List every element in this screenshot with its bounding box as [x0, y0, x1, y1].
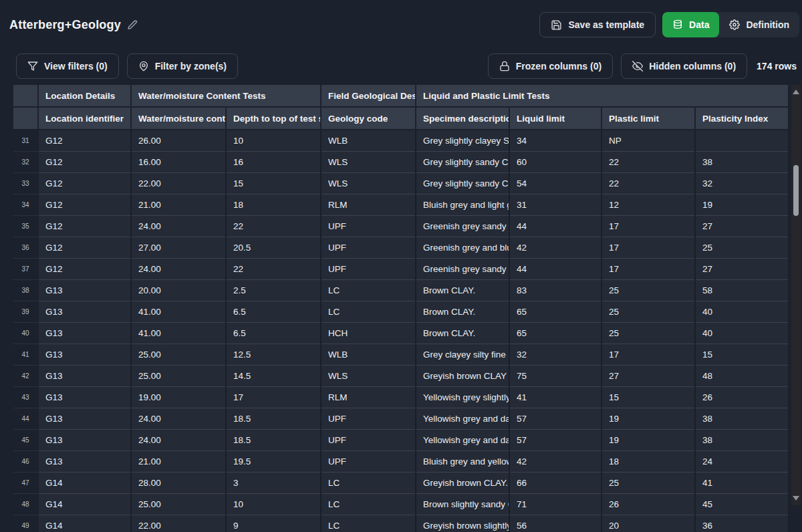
- table-cell[interactable]: 18: [602, 451, 695, 473]
- table-cell[interactable]: WLS: [321, 366, 416, 387]
- table-cell[interactable]: 57: [509, 408, 602, 430]
- column-group-header[interactable]: Field Geological Descrip: [321, 85, 416, 107]
- table-cell[interactable]: 24.00: [131, 408, 226, 430]
- table-cell[interactable]: 16: [226, 152, 321, 173]
- column-header[interactable]: Location identifier: [38, 107, 131, 130]
- table-cell[interactable]: 75: [509, 366, 602, 387]
- tab-data[interactable]: Data: [662, 12, 719, 37]
- table-cell[interactable]: Yellowish grey and dark g: [416, 408, 509, 430]
- table-cell[interactable]: G13: [38, 387, 131, 408]
- table-cell[interactable]: 19.00: [131, 387, 226, 408]
- table-cell[interactable]: G14: [38, 515, 131, 532]
- table-cell[interactable]: G12: [38, 237, 131, 259]
- table-cell[interactable]: 24.00: [131, 259, 226, 280]
- table-cell[interactable]: 17: [602, 237, 695, 259]
- table-cell[interactable]: 3: [226, 473, 321, 494]
- table-cell[interactable]: 31: [509, 194, 602, 216]
- table-cell[interactable]: Brown CLAY.: [416, 323, 509, 344]
- table-cell[interactable]: 40: [695, 323, 789, 344]
- column-header[interactable]: Water/moisture content: [131, 107, 226, 130]
- table-cell[interactable]: Brown slightly sandy CLAY: [416, 494, 509, 515]
- table-cell[interactable]: UPF: [321, 259, 416, 280]
- table-cell[interactable]: G14: [38, 473, 131, 494]
- table-cell[interactable]: 26.00: [131, 130, 226, 152]
- table-cell[interactable]: 20.00: [131, 280, 226, 301]
- table-cell[interactable]: 57: [509, 430, 602, 451]
- table-cell[interactable]: 25: [602, 473, 695, 494]
- table-cell[interactable]: WLB: [321, 344, 416, 366]
- tab-definition[interactable]: Definition: [719, 12, 799, 37]
- vertical-scrollbar[interactable]: [791, 85, 801, 505]
- table-cell[interactable]: 38: [695, 408, 789, 430]
- table-cell[interactable]: G13: [38, 451, 131, 473]
- table-cell[interactable]: 45: [695, 494, 789, 515]
- table-cell[interactable]: 25: [602, 280, 695, 301]
- table-cell[interactable]: 24.00: [131, 216, 226, 237]
- table-cell[interactable]: 41: [509, 387, 602, 408]
- table-cell[interactable]: 20.5: [226, 237, 321, 259]
- triangle-down-icon[interactable]: [793, 496, 799, 501]
- frozen-columns-button[interactable]: Frozen columns (0): [488, 53, 613, 79]
- table-cell[interactable]: 15: [226, 173, 321, 194]
- table-cell[interactable]: G13: [38, 301, 131, 323]
- table-cell[interactable]: 22: [602, 173, 695, 194]
- table-cell[interactable]: 12: [602, 194, 695, 216]
- table-cell[interactable]: 15: [602, 387, 695, 408]
- table-cell[interactable]: LC: [321, 515, 416, 532]
- table-cell[interactable]: Brown CLAY.: [416, 301, 509, 323]
- table-cell[interactable]: 19: [602, 430, 695, 451]
- scrollbar-thumb[interactable]: [793, 165, 799, 216]
- table-cell[interactable]: 48: [695, 366, 789, 387]
- table-cell[interactable]: 25.00: [131, 366, 226, 387]
- table-cell[interactable]: 18: [226, 194, 321, 216]
- column-header[interactable]: Geology code: [321, 107, 416, 130]
- save-as-template-button[interactable]: Save as template: [539, 12, 656, 37]
- table-cell[interactable]: 42: [509, 451, 602, 473]
- table-cell[interactable]: G13: [38, 408, 131, 430]
- table-cell[interactable]: 15: [695, 344, 789, 366]
- table-cell[interactable]: 41.00: [131, 301, 226, 323]
- table-cell[interactable]: G12: [38, 152, 131, 173]
- table-cell[interactable]: 9: [226, 515, 321, 532]
- column-header[interactable]: Liquid limit: [509, 107, 602, 130]
- table-cell[interactable]: 18.5: [226, 430, 321, 451]
- table-cell[interactable]: 25: [602, 301, 695, 323]
- table-cell[interactable]: 21.00: [131, 194, 226, 216]
- table-cell[interactable]: 6.5: [226, 301, 321, 323]
- table-cell[interactable]: 22: [226, 259, 321, 280]
- table-cell[interactable]: LC: [321, 280, 416, 301]
- table-cell[interactable]: G13: [38, 430, 131, 451]
- table-cell[interactable]: 18.5: [226, 408, 321, 430]
- table-cell[interactable]: 22.00: [131, 515, 226, 532]
- pencil-icon[interactable]: [127, 19, 138, 31]
- table-cell[interactable]: UPF: [321, 408, 416, 430]
- table-cell[interactable]: 21.00: [131, 451, 226, 473]
- table-cell[interactable]: 34: [509, 130, 602, 152]
- table-cell[interactable]: LC: [321, 494, 416, 515]
- table-cell[interactable]: 60: [509, 152, 602, 173]
- table-cell[interactable]: 38: [695, 152, 789, 173]
- table-cell[interactable]: Greyish brown CLAY.: [416, 473, 509, 494]
- table-cell[interactable]: G13: [38, 344, 131, 366]
- table-cell[interactable]: G12: [38, 216, 131, 237]
- table-cell[interactable]: 42: [509, 237, 602, 259]
- table-cell[interactable]: Grey slightly clayey SAND: [416, 130, 509, 152]
- table-cell[interactable]: 16.00: [131, 152, 226, 173]
- table-cell[interactable]: 36: [695, 515, 789, 532]
- column-header[interactable]: Plasticity Index: [695, 107, 789, 130]
- table-cell[interactable]: G12: [38, 259, 131, 280]
- table-cell[interactable]: 6.5: [226, 323, 321, 344]
- table-cell[interactable]: 17: [602, 344, 695, 366]
- table-cell[interactable]: WLS: [321, 152, 416, 173]
- table-cell[interactable]: 24: [695, 451, 789, 473]
- table-cell[interactable]: 25.00: [131, 344, 226, 366]
- table-cell[interactable]: 20: [602, 515, 695, 532]
- table-cell[interactable]: 27: [602, 366, 695, 387]
- table-cell[interactable]: UPF: [321, 216, 416, 237]
- column-group-header[interactable]: Location Details: [38, 85, 131, 107]
- table-cell[interactable]: 25: [602, 323, 695, 344]
- table-cell[interactable]: 41: [695, 473, 789, 494]
- table-cell[interactable]: WLS: [321, 173, 416, 194]
- table-cell[interactable]: 41.00: [131, 323, 226, 344]
- table-cell[interactable]: 24.00: [131, 430, 226, 451]
